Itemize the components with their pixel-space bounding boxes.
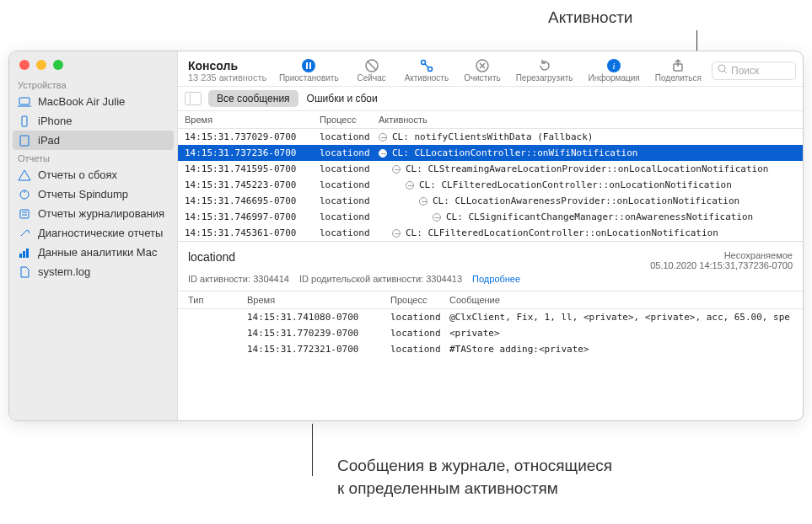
detail-row-type — [188, 344, 247, 355]
detail-column-time[interactable]: Время — [247, 295, 390, 305]
disclosure-icon[interactable] — [392, 165, 401, 174]
log-row[interactable]: 14:15:31.737029-0700locationdCL: notifyC… — [178, 129, 803, 145]
activity-id: ID активности: 3304414 — [188, 274, 289, 284]
sidebar-item-analytics[interactable]: Данные аналитики Мас — [9, 243, 177, 262]
row-process: locationd — [320, 147, 379, 158]
row-activity: CL: CLSignificantChangeManager::onAwaren… — [379, 211, 796, 222]
disclosure-icon[interactable] — [419, 197, 428, 206]
now-icon — [364, 58, 379, 73]
more-link[interactable]: Подробнее — [472, 274, 520, 284]
sidebar-item-crash-reports[interactable]: Отчеты о сбоях — [9, 165, 177, 184]
sidebar-toggle-button[interactable] — [185, 92, 202, 105]
toolbar-label: Информация — [589, 73, 640, 83]
row-process: locationd — [320, 227, 379, 238]
detail-row-message: @ClxClient, Fix, 1, ll, <private>, <priv… — [449, 312, 793, 323]
detail-row-time: 14:15:31.741080-0700 — [247, 312, 390, 323]
detail-row[interactable]: 14:15:31.770239-0700locationd<private> — [178, 325, 803, 341]
detail-column-process[interactable]: Процесс — [390, 295, 449, 305]
log-row[interactable]: 14:15:31.737236-0700locationdCL: CLLocat… — [178, 145, 803, 161]
toolbar-label: Приостановить — [279, 73, 339, 83]
svg-point-19 — [428, 67, 432, 72]
detail-rows-list[interactable]: 14:15:31.741080-0700locationd@ClxClient,… — [178, 309, 803, 357]
log-row[interactable]: 14:15:31.746695-0700locationdCL: CLLocat… — [178, 193, 803, 209]
filter-all-messages[interactable]: Все сообщения — [208, 90, 298, 107]
svg-line-29 — [724, 71, 727, 73]
clear-button[interactable]: Очистить — [459, 56, 506, 84]
detail-column-type[interactable]: Тип — [188, 295, 247, 305]
svg-point-13 — [302, 59, 315, 72]
detail-column-message[interactable]: Сообщение — [449, 295, 793, 305]
svg-line-20 — [425, 64, 428, 67]
sidebar-item-label: system.log — [38, 265, 90, 278]
svg-rect-7 — [20, 210, 29, 218]
chart-icon — [18, 247, 31, 259]
title-area: Консоль 13 235 активность — [185, 59, 266, 83]
sidebar-item-label: iPhone — [38, 115, 72, 127]
share-button[interactable]: Поделиться — [650, 56, 707, 84]
sidebar-item-ipad[interactable]: iPad — [13, 131, 174, 150]
row-time: 14:15:31.746695-0700 — [185, 195, 320, 206]
activity-icon — [419, 58, 434, 73]
svg-text:i: i — [613, 61, 616, 71]
row-activity: CL: notifyClientsWithData (Fallback) — [379, 131, 796, 142]
sidebar-item-diagnostic[interactable]: Диагностические отчеты — [9, 223, 177, 243]
sidebar-item-label: Отчеты Spindump — [38, 188, 128, 201]
row-time: 14:15:31.745223-0700 — [185, 179, 320, 190]
spin-icon — [18, 189, 31, 201]
filter-bar: Все сообщения Ошибки и сбои — [178, 87, 803, 111]
log-row[interactable]: 14:15:31.746997-0700locationdCL: CLSigni… — [178, 209, 803, 225]
detail-header: locationd Несохраняемое 05.10.2020 14:15… — [178, 241, 803, 272]
detail-row-type — [188, 328, 247, 339]
row-time: 14:15:31.746997-0700 — [185, 211, 320, 222]
disclosure-icon[interactable] — [392, 229, 401, 238]
detail-row-message: #TAStore adding:<private> — [449, 344, 793, 355]
detail-status: Несохраняемое — [650, 250, 793, 260]
warning-icon — [18, 169, 31, 181]
annotation-line — [312, 424, 313, 476]
log-row[interactable]: 14:15:31.741595-0700locationdCL: CLStrea… — [178, 161, 803, 177]
row-process: locationd — [320, 131, 379, 142]
disclosure-icon[interactable] — [379, 133, 387, 142]
sidebar-item-spindump[interactable]: Отчеты Spindump — [9, 184, 177, 204]
pause-button[interactable]: Приостановить — [274, 56, 344, 84]
wrench-icon — [18, 227, 31, 239]
close-icon[interactable] — [19, 60, 30, 70]
column-activity[interactable]: Активность — [379, 115, 796, 125]
detail-row-type — [188, 312, 247, 323]
minimize-icon[interactable] — [36, 60, 46, 70]
clear-icon — [475, 58, 490, 73]
row-process: locationd — [320, 163, 379, 174]
svg-rect-10 — [19, 254, 22, 258]
now-button[interactable]: Сейчас — [349, 56, 395, 84]
disclosure-icon[interactable] — [379, 149, 387, 158]
disclosure-icon[interactable] — [406, 181, 414, 190]
sidebar-item-systemlog[interactable]: system.log — [9, 262, 177, 281]
share-icon — [670, 58, 686, 73]
detail-row[interactable]: 14:15:31.772321-0700locationd#TAStore ad… — [178, 341, 803, 357]
sidebar-item-macbook[interactable]: MacBook Air Julie — [9, 92, 177, 111]
info-button[interactable]: i Информация — [583, 56, 645, 84]
detail-row[interactable]: 14:15:31.741080-0700locationd@ClxClient,… — [178, 309, 803, 325]
filter-errors-faults[interactable]: Ошибки и сбои — [298, 90, 386, 107]
maximize-icon[interactable] — [53, 60, 63, 70]
svg-rect-2 — [22, 116, 27, 126]
column-time[interactable]: Время — [185, 115, 320, 125]
log-rows-list[interactable]: 14:15:31.737029-0700locationdCL: notifyC… — [178, 129, 803, 241]
search-input[interactable]: Поиск — [712, 61, 796, 80]
svg-point-28 — [718, 65, 725, 72]
sidebar-item-log-reports[interactable]: Отчеты журналирования — [9, 204, 177, 223]
search-icon — [718, 64, 728, 77]
disclosure-icon[interactable] — [433, 213, 441, 222]
sidebar-item-iphone[interactable]: iPhone — [9, 111, 177, 131]
svg-rect-15 — [309, 62, 311, 69]
row-time: 14:15:31.741595-0700 — [185, 163, 320, 174]
reload-button[interactable]: Перезагрузить — [511, 56, 578, 84]
column-process[interactable]: Процесс — [320, 115, 379, 125]
log-row[interactable]: 14:15:31.745361-0700locationdCL: CLFilte… — [178, 225, 803, 241]
detail-columns-header: Тип Время Процесс Сообщение — [178, 291, 803, 309]
row-activity: CL: CLLocationAwarenessProvider::onLocat… — [379, 195, 796, 206]
log-row[interactable]: 14:15:31.745223-0700locationdCL: CLFilte… — [178, 177, 803, 193]
toolbar-label: Поделиться — [655, 73, 702, 83]
activity-button[interactable]: Активность — [400, 56, 454, 84]
toolbar: Консоль 13 235 активность Приостановить … — [178, 51, 803, 87]
